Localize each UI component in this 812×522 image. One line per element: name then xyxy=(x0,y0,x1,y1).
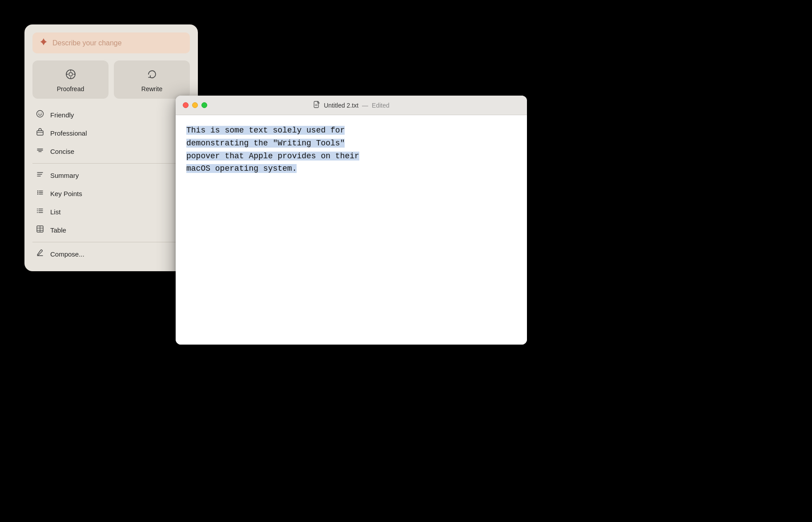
minimize-button[interactable] xyxy=(192,102,198,108)
maximize-button[interactable] xyxy=(201,102,207,108)
concise-label: Concise xyxy=(50,148,74,155)
action-buttons-row: Proofread Rewrite xyxy=(32,60,190,99)
describe-input[interactable]: Describe your change xyxy=(32,32,190,53)
proofread-icon xyxy=(65,68,76,82)
key-points-item[interactable]: Key Points xyxy=(32,185,190,203)
menu-items: Friendly Professional xyxy=(32,106,190,263)
window-edited-status: Edited xyxy=(372,102,390,109)
describe-placeholder-text: Describe your change xyxy=(52,39,122,47)
compose-icon xyxy=(35,249,45,259)
list-label: List xyxy=(50,208,60,216)
key-points-label: Key Points xyxy=(50,190,82,197)
writing-tools-icon xyxy=(39,37,48,48)
friendly-item[interactable]: Friendly xyxy=(32,106,190,124)
compose-section: Compose... xyxy=(32,242,190,263)
table-item[interactable]: Table xyxy=(32,221,190,239)
proofread-label: Proofread xyxy=(57,85,84,92)
svg-rect-9 xyxy=(37,131,43,135)
summary-label: Summary xyxy=(50,172,79,179)
window-title: Untitled 2.txt xyxy=(324,102,358,109)
tone-section: Friendly Professional xyxy=(32,106,190,161)
list-icon xyxy=(35,207,45,217)
table-icon xyxy=(35,225,45,235)
summary-icon xyxy=(35,170,45,181)
professional-item[interactable]: Professional xyxy=(32,124,190,142)
table-label: Table xyxy=(50,226,66,234)
traffic-lights xyxy=(183,102,207,108)
svg-point-8 xyxy=(41,113,42,114)
window-content[interactable]: This is some text solely used for demons… xyxy=(176,115,527,345)
compose-item[interactable]: Compose... xyxy=(32,245,190,263)
svg-point-17 xyxy=(37,190,38,191)
close-button[interactable] xyxy=(183,102,189,108)
document-icon xyxy=(313,101,320,110)
compose-label: Compose... xyxy=(50,250,84,258)
rewrite-label: Rewrite xyxy=(141,85,162,92)
window-edited-separator: — xyxy=(362,102,368,109)
rewrite-icon xyxy=(146,68,158,82)
svg-point-19 xyxy=(37,193,38,194)
writing-tools-popover: Describe your change Proofread xyxy=(24,24,198,271)
proofread-button[interactable]: Proofread xyxy=(32,60,109,99)
professional-icon xyxy=(35,128,45,138)
svg-point-6 xyxy=(37,111,44,117)
concise-item[interactable]: Concise xyxy=(32,142,190,161)
window-titlebar: Untitled 2.txt — Edited xyxy=(176,96,527,115)
textedit-window: Untitled 2.txt — Edited This is some tex… xyxy=(176,96,527,345)
list-item[interactable]: List xyxy=(32,203,190,221)
friendly-icon xyxy=(35,110,45,120)
concise-icon xyxy=(35,146,45,157)
editor-text[interactable]: This is some text solely used for demons… xyxy=(186,124,516,175)
rewrite-button[interactable]: Rewrite xyxy=(114,60,190,99)
friendly-label: Friendly xyxy=(50,111,74,119)
svg-point-7 xyxy=(39,113,40,114)
summary-item[interactable]: Summary xyxy=(32,166,190,185)
format-section: Summary Key Points xyxy=(32,163,190,239)
professional-label: Professional xyxy=(50,129,87,137)
key-points-icon xyxy=(35,189,45,199)
selected-text: This is some text solely used for demons… xyxy=(186,126,359,173)
window-title-area: Untitled 2.txt — Edited xyxy=(313,101,390,110)
svg-point-18 xyxy=(37,192,38,193)
svg-point-1 xyxy=(69,72,72,76)
